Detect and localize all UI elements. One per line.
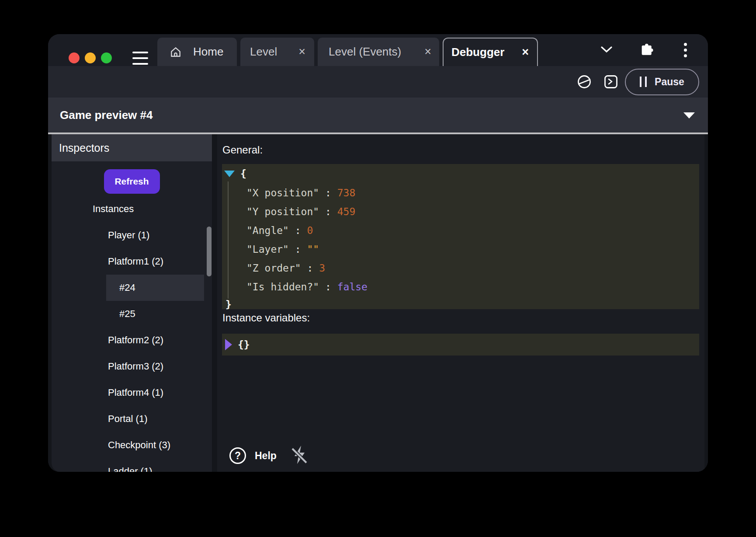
close-window-button[interactable]: [69, 52, 80, 63]
instances-tree: Instances Player (1) Platform1 (2) #24 #…: [52, 196, 212, 472]
tab-debugger[interactable]: Debugger ×: [443, 38, 538, 66]
chevron-down-icon[interactable]: [598, 40, 615, 59]
json-indent-guide: [228, 181, 229, 299]
inspectors-header: Inspectors: [52, 134, 212, 161]
home-icon: [170, 46, 182, 58]
flash-off-icon[interactable]: [291, 445, 309, 467]
hamburger-menu-icon[interactable]: [132, 52, 148, 65]
json-row-angle: "Angle" : 0: [222, 221, 699, 240]
console-icon[interactable]: [604, 75, 618, 89]
help-button-label[interactable]: Help: [255, 450, 277, 462]
inspectors-sidebar: Inspectors Refresh Instances Player (1) …: [52, 134, 212, 472]
json-key: "Layer": [246, 244, 289, 255]
zoom-window-button[interactable]: [101, 52, 112, 63]
game-preview-header[interactable]: Game preview #4: [48, 98, 708, 133]
tab-bar: Home Level × Level (Events) × Debugger ×: [157, 38, 538, 66]
tree-item-platform2[interactable]: Platform2 (2): [52, 327, 212, 353]
json-value: 738: [337, 187, 356, 199]
json-row-layer: "Layer" : "": [222, 240, 699, 258]
tree-item-instance-25[interactable]: #25: [52, 301, 212, 327]
json-key: "Is hidden?": [246, 281, 319, 293]
title-bar: Home Level × Level (Events) × Debugger ×: [48, 34, 708, 66]
minimize-window-button[interactable]: [85, 52, 96, 63]
sidebar-scrollbar-thumb[interactable]: [207, 227, 212, 276]
instance-variables-heading: Instance variables:: [222, 312, 704, 324]
general-heading: General:: [222, 144, 704, 156]
game-preview-title: Game preview #4: [60, 108, 153, 122]
tab-level[interactable]: Level ×: [240, 38, 314, 66]
json-value: 0: [307, 225, 313, 236]
json-key: "Angle": [246, 225, 289, 236]
json-value: false: [337, 281, 368, 293]
tab-label: Level (Events): [329, 45, 401, 59]
tree-item-instances[interactable]: Instances: [52, 196, 212, 222]
titlebar-actions: [598, 40, 694, 59]
tab-label: Level: [250, 45, 277, 59]
json-key: "Y position": [246, 206, 319, 217]
tree-item-checkpoint[interactable]: Checkpoint (3): [52, 432, 212, 458]
close-icon[interactable]: ×: [298, 46, 305, 58]
tree-item-platform4[interactable]: Platform4 (1): [52, 380, 212, 406]
json-row-z-order: "Z order" : 3: [222, 258, 699, 277]
close-icon[interactable]: ×: [522, 46, 529, 58]
pause-button-label: Pause: [655, 76, 684, 88]
profiler-gauge-icon[interactable]: [577, 74, 592, 89]
debugger-content: Inspectors Refresh Instances Player (1) …: [48, 134, 708, 472]
help-icon[interactable]: ?: [229, 447, 246, 464]
expand-triangle-icon[interactable]: [225, 339, 232, 350]
app-window: Home Level × Level (Events) × Debugger ×: [48, 34, 708, 472]
puzzle-icon[interactable]: [637, 40, 655, 59]
window-controls: [69, 52, 112, 63]
tree-item-ladder[interactable]: Ladder (1): [52, 458, 212, 472]
debugger-toolbar: Pause: [48, 66, 708, 98]
refresh-button[interactable]: Refresh: [104, 169, 160, 194]
variables-collapsed-value: {}: [238, 339, 250, 350]
dropdown-arrow-icon[interactable]: [683, 112, 695, 119]
tree-item-platform3[interactable]: Platform3 (2): [52, 353, 212, 380]
tab-home[interactable]: Home: [157, 38, 237, 66]
json-value: 3: [319, 262, 325, 274]
general-json-viewer: { "X position" : 738 "Y position" : 459 …: [222, 164, 699, 309]
json-value: 459: [337, 206, 356, 217]
kebab-menu-icon[interactable]: [676, 40, 694, 59]
help-row: ? Help: [229, 445, 309, 467]
pause-button[interactable]: Pause: [625, 69, 699, 95]
json-row-x-position: "X position" : 738: [222, 183, 699, 202]
json-open-brace: {: [240, 168, 246, 179]
tree-item-platform1[interactable]: Platform1 (2): [52, 248, 212, 275]
json-key: "Z order": [246, 262, 301, 274]
json-key: "X position": [246, 187, 319, 199]
json-row-y-position: "Y position" : 459: [222, 202, 699, 221]
tab-level-events[interactable]: Level (Events) ×: [318, 38, 439, 66]
tree-item-instance-24[interactable]: #24: [106, 275, 204, 301]
collapse-triangle-icon[interactable]: [224, 171, 235, 177]
inspectors-header-label: Inspectors: [59, 142, 109, 154]
tab-label: Home: [193, 45, 223, 59]
json-close-brace: }: [225, 299, 232, 310]
json-row-is-hidden: "Is hidden?" : false: [222, 277, 699, 296]
inspector-detail-panel: General: { "X position" : 738 "Y positio…: [217, 134, 704, 472]
close-icon[interactable]: ×: [424, 46, 431, 58]
pause-icon: [640, 77, 647, 87]
instance-variables-json-viewer: {}: [222, 334, 699, 356]
json-value: "": [307, 244, 319, 255]
tree-item-player[interactable]: Player (1): [52, 222, 212, 248]
tree-item-portal[interactable]: Portal (1): [52, 406, 212, 432]
tab-label: Debugger: [451, 45, 504, 59]
